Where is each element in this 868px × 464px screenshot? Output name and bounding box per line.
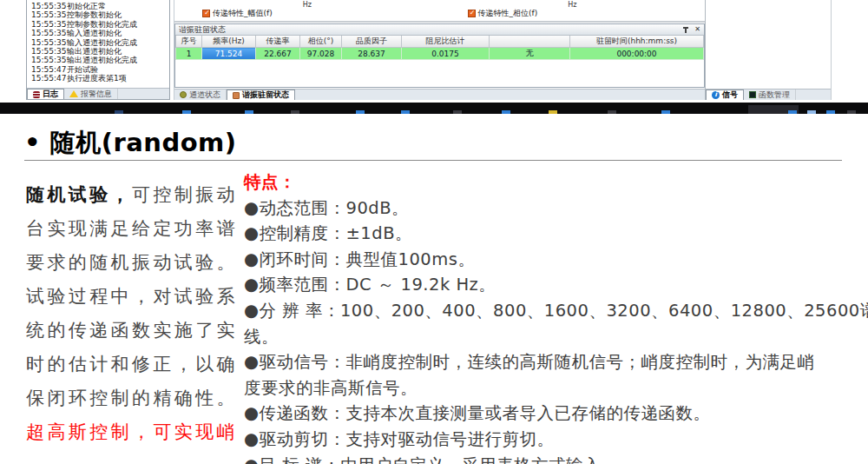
- tab-log[interactable]: 日志: [27, 89, 64, 99]
- document-section: • 随机(random) 随机试验，可控制振动 台实现满足给定功率谱 要求的随机…: [0, 114, 868, 464]
- feature-line: ●频率范围：DC ～ 19.2k Hz。: [244, 272, 857, 298]
- info-icon: [712, 91, 720, 99]
- legend-magnitude-label: 传递特性_幅值(f): [213, 8, 273, 19]
- log-time: 15:55:35: [27, 20, 67, 29]
- log-time: 15:55:47: [27, 65, 67, 74]
- col-index[interactable]: 序号: [176, 36, 202, 48]
- log-message: 初始化正常: [67, 2, 169, 10]
- cell-damping: 0.0175: [402, 48, 490, 60]
- log-entry: 15:55:35输入通道初始化: [27, 29, 169, 37]
- log-time: 15:55:35: [27, 47, 67, 56]
- col-transmissibility[interactable]: 传递率: [256, 36, 300, 48]
- log-time: 15:55:35: [27, 29, 67, 37]
- feature-line: ●目 标 谱：由用户自定义，采用表格方式输入: [244, 453, 857, 464]
- intro-line-highlight: 超高斯控制，可实现峭: [26, 415, 241, 449]
- intro-line: 要求的随机振动试验。: [26, 246, 241, 280]
- log-time: 15:55:35: [27, 38, 67, 47]
- col-phase[interactable]: 相位(°): [300, 36, 342, 48]
- tab-signal-label: 信号: [722, 89, 738, 101]
- resonance-dwell-icon: [233, 92, 240, 99]
- chart-magnitude: Hz 传递特性_幅值(f): [174, 0, 440, 21]
- log-time: 15:55:35: [27, 2, 67, 10]
- legend-checkbox-icon[interactable]: [202, 10, 210, 17]
- feature-line: ●闭环时间：典型值100ms。: [244, 247, 857, 273]
- log-entry: 15:55:47开始试验: [27, 65, 169, 74]
- cell-q-factor: 28.637: [342, 48, 402, 60]
- features-list: 特点： ●动态范围：90dB。 ●控制精度：±1dB。 ●闭环时间：典型值100…: [244, 169, 857, 464]
- tab-signal[interactable]: 信号: [706, 89, 744, 100]
- intro-line: 时的估计和修正，以确: [26, 348, 241, 381]
- legend-phase-label: 传递特性_相位(f): [478, 8, 538, 19]
- feature-line: ●驱动剪切：支持对驱动信号进行剪切。: [244, 427, 857, 453]
- resonance-panel-titlebar: 谐振驻留状态 ✕: [175, 24, 704, 36]
- legend-checkbox-icon[interactable]: [468, 10, 476, 17]
- intro-line: 随机试验，可控制振动: [26, 178, 241, 212]
- table-empty-area: [175, 60, 704, 87]
- intro-line: 试验过程中，对试验系: [26, 280, 241, 314]
- col-dwell-time[interactable]: 驻留时间(hhh:mm:ss): [570, 36, 704, 48]
- legend-phase: 传递特性_相位(f): [468, 8, 538, 19]
- log-message: 执行进度表第1项: [67, 74, 169, 83]
- log-time: 15:55:35: [27, 56, 67, 64]
- col-frequency[interactable]: 频率(Hz): [202, 36, 256, 48]
- intro-line: 保闭环控制的精确性。: [26, 381, 241, 415]
- table-header-row: 序号 频率(Hz) 传递率 相位(°) 品质因子 阻尼比估计 驻留时间(hhh:…: [176, 36, 704, 48]
- signal-panel: 信号 函数管理: [705, 0, 832, 100]
- cell-kurtosis: 无: [490, 48, 570, 60]
- chart-phase: Hz 传递特性_相位(f): [440, 0, 706, 21]
- pin-icon[interactable]: [682, 26, 689, 33]
- log-entry: 15:55:47执行进度表第1项: [27, 74, 169, 83]
- tab-alarm-info[interactable]: 报警信息: [64, 89, 118, 99]
- feature-line: ●控制精度：±1dB。: [244, 221, 857, 247]
- tab-resonance-label: 谐振驻留状态: [242, 89, 289, 101]
- channel-status-icon: [180, 91, 187, 98]
- feature-line: 度要求的非高斯信号。: [244, 375, 857, 401]
- log-entry: 15:55:35控制参数初始化: [27, 10, 169, 19]
- log-entry: 15:55:35输出通道初始化完成: [27, 56, 169, 64]
- tab-alarm-label: 报警信息: [81, 89, 112, 100]
- log-message: 输入通道初始化: [67, 29, 169, 37]
- col-damping-estimate[interactable]: 阻尼比估计: [402, 36, 490, 48]
- feature-line: ●传递函数：支持本次直接测量或者导入已存储的传递函数。: [244, 401, 857, 427]
- log-message: 输出通道初始化: [67, 47, 169, 56]
- feature-line: ●驱动信号：非峭度控制时，连续的高斯随机信号；峭度控制时，为满足峭: [244, 349, 857, 375]
- tab-channel-label: 通道状态: [189, 89, 220, 101]
- charts-strip: Hz 传递特性_幅值(f) Hz 传递特性_相位(f): [174, 0, 705, 23]
- tab-function-manage[interactable]: 函数管理: [744, 89, 796, 100]
- log-entry: 15:55:35输出通道初始化: [27, 47, 169, 56]
- intro-lead: 随机试验，: [26, 184, 132, 205]
- warning-icon: [69, 90, 78, 97]
- log-tabbar: 日志 报警信息: [27, 88, 169, 99]
- features-title: 特点：: [244, 169, 857, 196]
- right-tabbar: 信号 函数管理: [706, 89, 831, 100]
- section-heading: • 随机(random): [24, 126, 237, 161]
- tab-channel-status[interactable]: 通道状态: [174, 89, 227, 100]
- log-message: 输出通道初始化完成: [67, 56, 169, 64]
- log-list: 15:55:35初始化正常 15:55:35控制参数初始化 15:55:35控制…: [27, 0, 169, 88]
- main-panel: Hz 传递特性_幅值(f) Hz 传递特性_相位(f) 谐振驻留状态: [174, 0, 705, 100]
- intro-line: 统的传递函数实施了实: [26, 314, 241, 348]
- center-tabbar: 通道状态 谐振驻留状态: [174, 89, 705, 100]
- legend-magnitude: 传递特性_幅值(f): [202, 8, 273, 19]
- log-message: 控制参数初始化: [67, 10, 169, 19]
- log-icon: [33, 91, 40, 98]
- intro-paragraph: 随机试验，可控制振动 台实现满足给定功率谱 要求的随机振动试验。 试验过程中，对…: [26, 178, 241, 449]
- log-time: 15:55:47: [27, 74, 67, 83]
- software-screenshot: 15:55:35初始化正常 15:55:35控制参数初始化 15:55:35控制…: [0, 0, 868, 102]
- resonance-dwell-panel: 谐振驻留状态 ✕ 序号 频率(Hz) 传递率 相位(°) 品质: [174, 23, 705, 88]
- cell-phase: 97.028: [300, 48, 342, 60]
- windows-taskbar[interactable]: [0, 103, 868, 114]
- table-row[interactable]: 1 71.524 22.667 97.028 28.637 0.0175 无 0…: [176, 48, 704, 60]
- close-icon[interactable]: ✕: [694, 26, 700, 33]
- col-blank[interactable]: [490, 36, 570, 48]
- intro-line: 台实现满足给定功率谱: [26, 212, 241, 246]
- function-manage-icon: [749, 91, 756, 98]
- log-entry: 15:55:35初始化正常: [27, 2, 169, 10]
- col-q-factor[interactable]: 品质因子: [342, 36, 402, 48]
- tab-log-label: 日志: [43, 89, 58, 100]
- tab-resonance-dwell[interactable]: 谐振驻留状态: [227, 89, 295, 100]
- cell-frequency-selected[interactable]: 71.524: [202, 48, 256, 60]
- log-time: 15:55:35: [27, 10, 67, 19]
- log-panel: 15:55:35初始化正常 15:55:35控制参数初始化 15:55:35控制…: [26, 0, 170, 100]
- log-entry: 15:55:35输入通道初始化完成: [27, 38, 169, 47]
